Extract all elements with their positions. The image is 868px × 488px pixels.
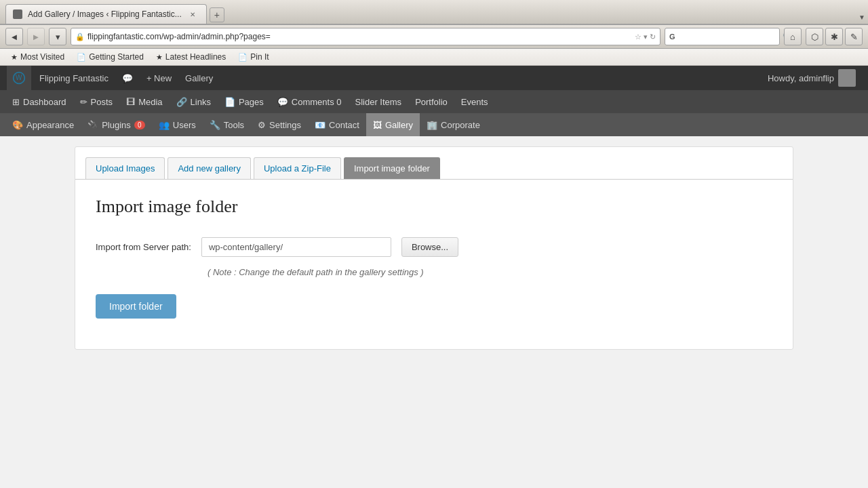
nav-dashboard[interactable]: ⊞ Dashboard	[5, 90, 73, 113]
comments-label: Comments 0	[292, 97, 342, 107]
import-folder-button[interactable]: Import folder	[96, 294, 176, 319]
addon-icon-2: ✱	[831, 32, 838, 42]
users-icon: 👥	[159, 120, 170, 130]
nav-users[interactable]: 👥 Users	[152, 113, 203, 136]
comments-icon: 💬	[277, 97, 288, 107]
contact-icon: 📧	[315, 120, 326, 130]
svg-text:W: W	[16, 74, 22, 81]
nav-appearance[interactable]: 🎨 Appearance	[5, 113, 81, 136]
tab-title: Add Gallery / Images ‹ Flipping Fantasti…	[28, 9, 182, 19]
site-name-link[interactable]: Flipping Fantastic	[33, 66, 115, 90]
history-button[interactable]: ▾	[49, 28, 66, 45]
appearance-icon: 🎨	[12, 120, 23, 130]
dashboard-label: Dashboard	[23, 97, 66, 107]
bookmark-star-icon-1: ★	[11, 53, 18, 62]
nav-posts[interactable]: ✏ Posts	[73, 90, 120, 113]
address-input[interactable]	[87, 32, 632, 41]
browse-button[interactable]: Browse...	[401, 237, 458, 257]
subtab-add-gallery[interactable]: Add new gallery	[167, 157, 251, 179]
wp-logo-button[interactable]: W	[7, 66, 31, 90]
forward-button[interactable]: ►	[27, 28, 45, 45]
bookmark-most-visited[interactable]: ★ Most Visited	[5, 51, 70, 63]
search-engine-logo: G	[669, 33, 675, 41]
settings-label: Settings	[269, 120, 301, 130]
appearance-label: Appearance	[26, 120, 74, 130]
toolbar-btn-2[interactable]: ✱	[825, 28, 843, 45]
import-path-row: Import from Server path: Browse...	[96, 237, 772, 257]
new-tab-button[interactable]: +	[210, 7, 224, 22]
nav-plugins[interactable]: 🔌 Plugins 0	[81, 113, 152, 136]
nav-tools[interactable]: 🔧 Tools	[203, 113, 251, 136]
nav-comments[interactable]: 💬 Comments 0	[271, 90, 349, 113]
media-label: Media	[138, 97, 162, 107]
pages-label: Pages	[239, 97, 264, 107]
nav-settings[interactable]: ⚙ Settings	[251, 113, 308, 136]
subtab-upload-images[interactable]: Upload Images	[85, 157, 165, 179]
forward-icon: ►	[32, 32, 41, 42]
bookmark-dropdown-icon[interactable]: ▾	[644, 33, 648, 41]
bookmark-getting-started[interactable]: 📄 Getting Started	[71, 51, 149, 63]
home-button[interactable]: ⌂	[784, 28, 802, 45]
gallery-adminbar-link[interactable]: Gallery	[178, 66, 220, 90]
nav-links[interactable]: 🔗 Links	[170, 90, 218, 113]
wp-nav-row2: 🎨 Appearance 🔌 Plugins 0 👥 Users 🔧 Tools…	[0, 113, 868, 136]
gallery-icon: 🖼	[373, 120, 382, 130]
back-icon: ◄	[10, 32, 19, 42]
server-path-label: Import from Server path:	[96, 242, 191, 252]
plugins-icon: 🔌	[87, 120, 98, 130]
settings-icon: ⚙	[258, 120, 266, 130]
gallery-label: Gallery	[385, 120, 413, 130]
bookmark-page-icon-2: 📄	[77, 53, 86, 62]
nav-slider-items[interactable]: Slider Items	[348, 90, 408, 113]
portfolio-label: Portfolio	[415, 97, 448, 107]
nav-contact[interactable]: 📧 Contact	[308, 113, 366, 136]
wp-nav-row1: ⊞ Dashboard ✏ Posts 🎞 Media 🔗 Links 📄 Pa…	[0, 90, 868, 113]
search-input[interactable]	[678, 32, 780, 41]
bookmark-star-icon[interactable]: ☆	[635, 33, 642, 41]
dashboard-icon: ⊞	[12, 97, 20, 107]
toolbar-btn-1[interactable]: ⬡	[806, 28, 823, 45]
nav-events[interactable]: Events	[454, 90, 495, 113]
users-label: Users	[173, 120, 196, 130]
gallery-adminbar-label: Gallery	[185, 73, 213, 83]
page-security-icon: 🔒	[75, 33, 85, 41]
slider-label: Slider Items	[355, 97, 401, 107]
nav-corporate[interactable]: 🏢 Corporate	[420, 113, 487, 136]
addon-icon-1: ⬡	[811, 32, 818, 42]
new-content-button[interactable]: + New	[140, 66, 178, 90]
subtab-upload-zip[interactable]: Upload a Zip-File	[254, 157, 341, 179]
howdy-text: Howdy, adminflip	[768, 73, 834, 83]
comment-icon-bar[interactable]: 💬	[115, 66, 140, 90]
bookmark-pin-it[interactable]: 📄 Pin It	[233, 51, 274, 63]
toolbar-buttons: ⬡ ✱ ✎	[806, 28, 863, 45]
bookmark-label-4: Pin It	[250, 52, 269, 62]
address-bar: 🔒 ☆ ▾ ↻	[71, 28, 660, 45]
address-bar-icons: ☆ ▾ ↻	[635, 33, 656, 41]
back-button[interactable]: ◄	[5, 28, 23, 45]
content-box: Upload Images Add new gallery Upload a Z…	[75, 146, 793, 350]
nav-gallery[interactable]: 🖼 Gallery	[366, 113, 420, 136]
subtab-import-folder[interactable]: Import image folder	[344, 157, 440, 179]
active-tab[interactable]: Add Gallery / Images ‹ Flipping Fantasti…	[5, 4, 207, 24]
nav-pages[interactable]: 📄 Pages	[218, 90, 271, 113]
page-wrapper: Upload Images Add new gallery Upload a Z…	[0, 136, 868, 394]
toolbar-btn-3[interactable]: ✎	[845, 28, 863, 45]
tools-label: Tools	[224, 120, 244, 130]
bookmark-label-2: Getting Started	[89, 52, 144, 62]
posts-label: Posts	[91, 97, 113, 107]
user-greeting[interactable]: Howdy, adminflip	[768, 69, 856, 87]
bookmarks-bar: ★ Most Visited 📄 Getting Started ★ Lates…	[0, 49, 868, 66]
bookmark-star-icon-3: ★	[156, 53, 163, 62]
bookmark-latest-headlines[interactable]: ★ Latest Headlines	[151, 51, 231, 63]
server-path-input[interactable]	[201, 237, 391, 257]
nav-media[interactable]: 🎞 Media	[119, 90, 169, 113]
comment-bubble-icon: 💬	[122, 73, 133, 83]
nav-toolbar: ◄ ► ▾ 🔒 ☆ ▾ ↻ G 🔍 ⌂ ⬡ ✱ ✎	[0, 25, 868, 49]
tab-dropdown-icon[interactable]: ▼	[859, 14, 865, 21]
reload-icon[interactable]: ↻	[650, 33, 656, 41]
tab-close-button[interactable]: ✕	[187, 9, 198, 20]
nav-portfolio[interactable]: Portfolio	[408, 90, 454, 113]
tab-bar: Add Gallery / Images ‹ Flipping Fantasti…	[0, 0, 868, 25]
media-icon: 🎞	[126, 97, 135, 107]
main-content: Import image folder Import from Server p…	[75, 180, 793, 336]
